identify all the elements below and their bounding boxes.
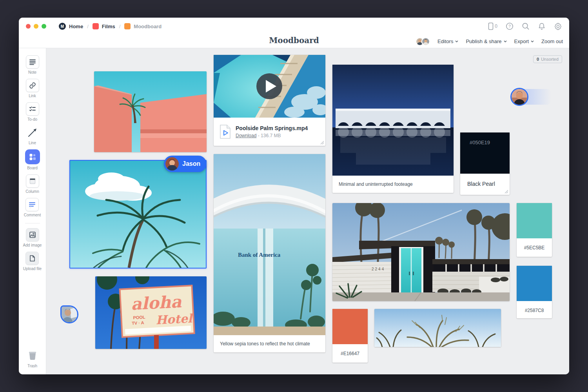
add-image-icon <box>29 231 36 238</box>
swatch-hex-label: #2587C8 <box>517 301 552 313</box>
bank-building-image: Bank of America <box>214 154 325 335</box>
breadcrumb-separator: / <box>87 24 89 29</box>
tool-note[interactable]: Note <box>26 55 39 74</box>
app-window: M Home / Films / Moodboard 0 ? <box>19 18 569 374</box>
zoom-out-button[interactable]: Zoom out <box>541 38 563 44</box>
swatch-color-blue <box>517 266 552 301</box>
resize-handle[interactable] <box>320 141 324 145</box>
video-file-size: 136.7 MB <box>261 133 281 138</box>
chevron-down-icon <box>531 40 534 42</box>
mobile-device-button[interactable]: 0 <box>488 22 497 30</box>
zoom-out-label: Zoom out <box>541 38 563 44</box>
settings-button[interactable] <box>554 22 562 31</box>
board-icon <box>29 153 36 161</box>
unsorted-badge[interactable]: 0 Unsorted <box>533 55 562 63</box>
editors-menu-button[interactable]: Editors <box>437 38 458 44</box>
close-window-button[interactable] <box>26 24 31 29</box>
swatch-hex-label: #050E19 <box>460 132 510 145</box>
color-swatch-card-teal[interactable]: #5EC5BE <box>517 203 552 257</box>
color-swatch-card-blue[interactable]: #2587C8 <box>517 266 552 318</box>
chevron-down-icon <box>504 40 507 42</box>
image-card-palm-selected[interactable] <box>69 160 207 269</box>
upload-file-icon <box>29 255 36 262</box>
aloha-tv-text: TV · A <box>132 320 144 326</box>
column-icon <box>29 178 36 185</box>
swatch-hex-label: #5EC5BE <box>517 238 552 250</box>
unsorted-label: Unsorted <box>541 57 559 62</box>
editor-avatar <box>421 37 430 46</box>
phone-icon <box>488 22 494 30</box>
breadcrumb-moodboard-label: Moodboard <box>134 24 162 29</box>
tool-add-image-label: Add image <box>23 243 42 247</box>
search-icon <box>522 22 530 30</box>
films-board-icon <box>93 23 99 29</box>
swatch-color-teal <box>517 203 552 238</box>
tool-comment-label: Comment <box>24 213 41 217</box>
milanote-logo-icon: M <box>59 23 66 30</box>
note-icon <box>29 58 36 65</box>
titlebar-actions: 0 ? <box>488 22 562 31</box>
search-button[interactable] <box>522 22 530 30</box>
tool-todo-label: To-do <box>27 117 37 122</box>
color-swatch-card-orange[interactable]: #E16647 <box>332 309 368 363</box>
image-card-palm-fronds[interactable] <box>374 309 501 347</box>
swatch-color-black-pearl: #050E19 <box>460 132 510 174</box>
coral-building-image <box>94 71 207 152</box>
comment-icon <box>28 201 36 209</box>
video-card[interactable]: Poolside Palm Springs.mp4 Download - 136… <box>214 55 325 146</box>
tool-upload-file[interactable]: Upload file <box>23 252 42 271</box>
unsorted-count: 0 <box>537 57 539 62</box>
todo-icon <box>29 105 36 113</box>
trash-dropzone[interactable]: Trash <box>26 349 39 368</box>
image-card-midcentury-house[interactable]: 2244 <box>332 203 510 301</box>
blue-palace-image <box>332 65 454 176</box>
download-link[interactable]: Download <box>236 133 256 138</box>
tool-board-label: Board <box>27 166 38 170</box>
notifications-button[interactable] <box>538 22 546 30</box>
house-number-text: 2244 <box>372 267 385 271</box>
editors-menu-label: Editors <box>437 38 453 44</box>
jason-avatar <box>165 157 179 171</box>
image-card-coral-building[interactable] <box>94 71 207 152</box>
video-title: Poolside Palm Springs.mp4 <box>236 125 308 131</box>
collaborator-cursor-jason: Jason <box>164 156 207 172</box>
color-swatch-card-black-pearl[interactable]: #050E19 Black Pearl <box>460 132 510 195</box>
breadcrumb-moodboard[interactable]: Moodboard <box>124 23 162 29</box>
maximize-window-button[interactable] <box>42 24 46 29</box>
breadcrumb-separator: / <box>119 24 121 29</box>
aloha-pool-text: POOL <box>133 315 145 320</box>
help-button[interactable]: ? <box>506 22 514 30</box>
help-icon: ? <box>506 22 514 30</box>
tool-line[interactable]: Line <box>26 126 39 145</box>
collaborator-avatar <box>512 89 527 105</box>
tool-board-active[interactable]: Board <box>25 149 40 170</box>
image-card-blue-palace[interactable]: Minimal and uninterrupted footeage <box>332 65 454 193</box>
breadcrumb-home[interactable]: M Home <box>59 23 83 30</box>
breadcrumb: M Home / Films / Moodboard <box>59 23 162 30</box>
board-canvas[interactable]: 0 Unsorted <box>46 48 569 374</box>
tool-todo[interactable]: To-do <box>26 102 39 122</box>
tools-sidebar: Note Link To-do Line Board Column <box>19 48 46 374</box>
image-caption[interactable]: Minimal and uninterrupted footeage <box>332 176 454 193</box>
aloha-hotel-image: aloha Hotel POOL TV · A <box>95 276 207 349</box>
line-arrow-icon <box>27 127 38 138</box>
tool-link[interactable]: Link <box>26 79 39 98</box>
tool-add-image[interactable]: Add image <box>23 228 42 247</box>
publish-share-button[interactable]: Publish & share <box>466 38 506 44</box>
tool-column[interactable]: Column <box>25 174 39 194</box>
tool-note-label: Note <box>28 70 36 74</box>
image-card-bank-building[interactable]: Bank of America Yellow sepia tones to re… <box>214 154 325 352</box>
export-button[interactable]: Export <box>514 38 534 44</box>
image-caption[interactable]: Yellow sepia tones to reflect the hot cl… <box>214 335 325 352</box>
gear-icon <box>554 22 562 31</box>
image-card-aloha-hotel[interactable]: aloha Hotel POOL TV · A <box>95 276 207 349</box>
breadcrumb-films[interactable]: Films <box>93 23 115 29</box>
tool-column-label: Column <box>25 189 39 194</box>
board-header-actions: Editors Publish & share Export Zoom out <box>416 35 563 48</box>
tool-comment[interactable]: Comment <box>24 198 41 217</box>
tool-link-label: Link <box>29 94 36 98</box>
device-count: 0 <box>495 24 497 29</box>
minimize-window-button[interactable] <box>34 24 38 29</box>
editors-avatars[interactable] <box>416 37 430 46</box>
resize-handle[interactable] <box>505 190 508 194</box>
